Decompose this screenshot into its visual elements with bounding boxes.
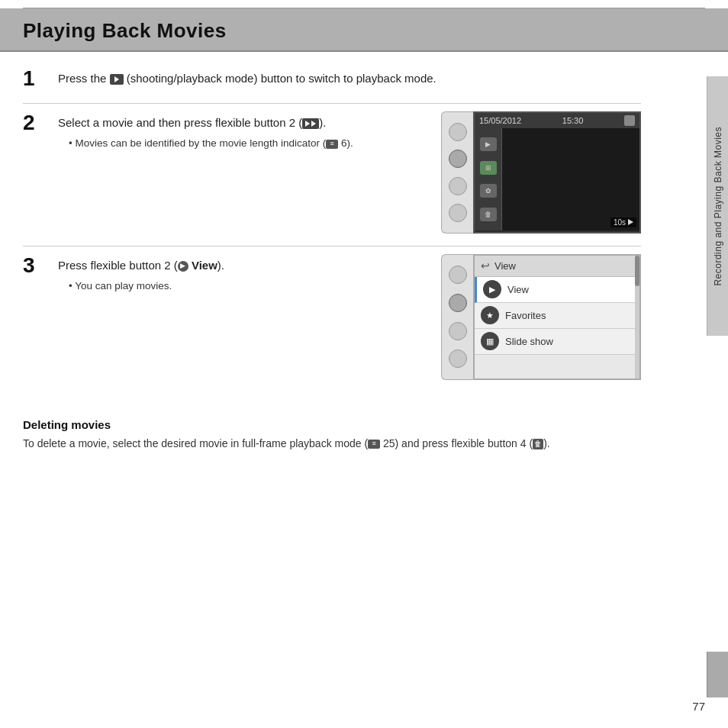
s-icon-4: 🗑 xyxy=(480,208,497,221)
step-2-desc: Select a movie and then press flexible b… xyxy=(58,114,426,132)
menu-top-label: View xyxy=(494,260,516,272)
screen-date: 15/05/2012 xyxy=(479,116,521,125)
step-3-desc: Press flexible button 2 (▶ View). xyxy=(58,257,426,275)
timer-bar: 10s xyxy=(610,217,636,227)
sidebar-label: Recording and Playing Back Movies xyxy=(713,127,723,286)
cam-btn-3 xyxy=(449,177,467,195)
menu-screen: ↩ View ▶ View ★ Favorites xyxy=(475,256,639,378)
play-triangle-icon xyxy=(628,219,633,225)
device-illustration-2: 15/05/2012 15:30 ▶ ⊞ ✿ 🗑 1 xyxy=(441,111,641,234)
device-illustration-3: ↩ View ▶ View ★ Favorites xyxy=(441,254,641,380)
trash-icon: 🗑 xyxy=(533,439,543,449)
step-2-bullet: Movies can be identified by the movie le… xyxy=(69,136,426,151)
page-title: Playing Back Movies xyxy=(23,19,705,43)
page-header: Playing Back Movies xyxy=(0,8,728,52)
scrollbar-thumb xyxy=(635,256,639,286)
menu-top-row: ↩ View xyxy=(475,256,639,277)
main-content: 1 Press the (shooting/playback mode) but… xyxy=(0,52,664,467)
deleting-section: Deleting movies To delete a movie, selec… xyxy=(23,411,641,453)
s-icon-1: ▶ xyxy=(480,137,497,151)
step-3-image: ↩ View ▶ View ★ Favorites xyxy=(441,254,641,380)
s-icon-2: ⊞ xyxy=(480,161,497,175)
page-number: 77 xyxy=(692,700,705,713)
camera-screen-2: 15/05/2012 15:30 ▶ ⊞ ✿ 🗑 1 xyxy=(473,111,641,234)
screen-icons-col: ▶ ⊞ ✿ 🗑 xyxy=(475,128,502,230)
circle-view-icon: ▶ xyxy=(178,261,188,272)
step-1-desc: Press the (shooting/playback mode) butto… xyxy=(58,70,641,88)
book-icon-2: ≡ xyxy=(368,440,380,449)
s-icon-3: ✿ xyxy=(480,184,497,198)
book-icon: ≡ xyxy=(326,140,338,149)
menu-item-favorites-label: Favorites xyxy=(505,310,546,321)
step-2-image: 15/05/2012 15:30 ▶ ⊞ ✿ 🗑 1 xyxy=(441,111,641,234)
step-3-text: Press flexible button 2 (▶ View). You ca… xyxy=(58,254,426,294)
playback-mode-icon xyxy=(110,74,124,85)
step-2-text: Select a movie and then press flexible b… xyxy=(58,111,426,151)
menu-item-slideshow-label: Slide show xyxy=(505,336,553,347)
screen-main-area: 10s xyxy=(502,128,639,230)
step-3-number: 3 xyxy=(23,254,50,278)
cam-btn3-3 xyxy=(449,322,467,340)
cam-btn3-2 xyxy=(449,294,467,312)
cam-btn3-1 xyxy=(449,266,467,284)
back-arrow-icon: ↩ xyxy=(481,259,490,272)
step-2-number: 2 xyxy=(23,111,50,135)
step-3-bullet: You can play movies. xyxy=(69,279,426,294)
step-1-number: 1 xyxy=(23,67,50,91)
menu-item-view[interactable]: ▶ View xyxy=(475,277,639,303)
scrollbar-track xyxy=(635,256,639,378)
screen-body: ▶ ⊞ ✿ 🗑 10s xyxy=(475,128,639,230)
menu-item-slideshow[interactable]: ▦ Slide show xyxy=(475,329,639,355)
screen-header: 15/05/2012 15:30 xyxy=(475,113,639,128)
menu-star-icon: ★ xyxy=(481,306,499,324)
cam-btn3-4 xyxy=(449,350,467,368)
camera-body-left xyxy=(441,111,473,234)
cam-btn-2 xyxy=(449,150,467,168)
step-1: 1 Press the (shooting/playback mode) but… xyxy=(23,67,641,104)
menu-slideshow-icon: ▦ xyxy=(481,332,499,350)
right-sidebar: Recording and Playing Back Movies xyxy=(707,76,728,336)
camera-body-left-3 xyxy=(441,254,473,380)
deleting-title: Deleting movies xyxy=(23,418,641,431)
menu-play-icon: ▶ xyxy=(483,280,501,298)
flex-btn-2-icon xyxy=(302,118,319,129)
timer-value: 10s xyxy=(614,218,626,227)
screen-header-icon xyxy=(624,115,635,126)
step-1-text: Press the (shooting/playback mode) butto… xyxy=(58,67,641,88)
cam-btn-4 xyxy=(449,204,467,222)
step-2: 2 Select a movie and then press flexible… xyxy=(23,111,641,246)
menu-item-view-label: View xyxy=(507,284,529,295)
screen-time: 15:30 xyxy=(562,116,584,125)
sidebar-bottom-tab xyxy=(707,652,728,697)
step-3: 3 Press flexible button 2 (▶ View). You … xyxy=(23,254,641,392)
deleting-text: To delete a movie, select the desired mo… xyxy=(23,436,641,453)
camera-screen-3: ↩ View ▶ View ★ Favorites xyxy=(473,254,641,380)
cam-btn-1 xyxy=(449,123,467,141)
menu-item-favorites[interactable]: ★ Favorites xyxy=(475,303,639,329)
